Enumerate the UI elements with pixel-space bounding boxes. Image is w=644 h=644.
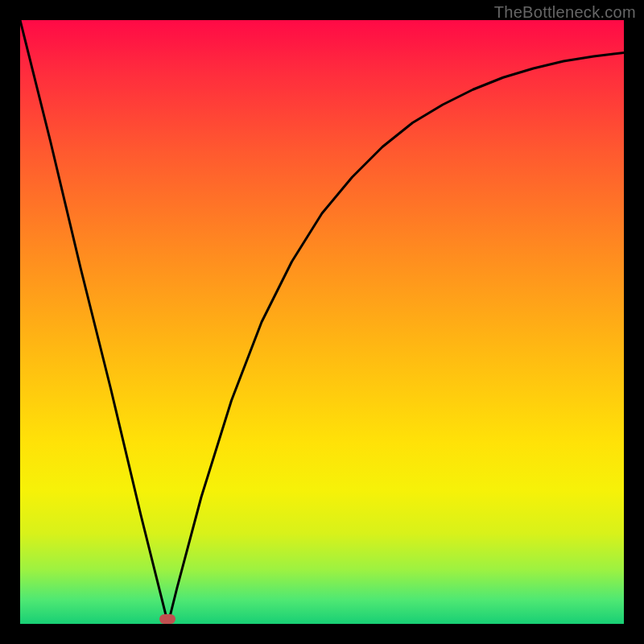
bottleneck-curve [20,20,624,624]
bottleneck-marker [159,614,175,624]
curve-path [20,20,624,624]
chart-frame: TheBottleneck.com [0,0,644,644]
plot-area [20,20,624,624]
watermark-text: TheBottleneck.com [494,3,636,22]
